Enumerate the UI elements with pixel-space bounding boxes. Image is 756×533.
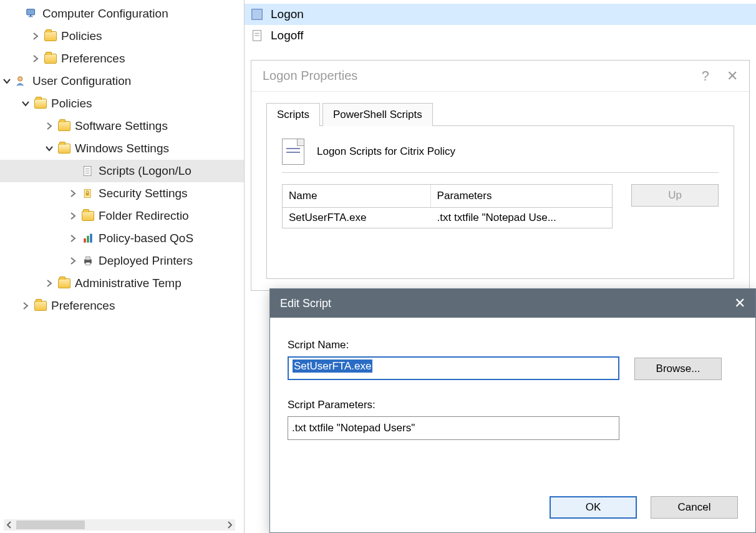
list-item-logoff[interactable]: Logoff: [245, 25, 756, 46]
grid-header: Name Parameters: [283, 185, 612, 208]
close-icon[interactable]: ✕: [734, 295, 745, 311]
tree-item-admin-templates[interactable]: Administrative Temp: [0, 272, 244, 295]
tree-item-cc-policies[interactable]: Policies: [0, 25, 244, 47]
logon-script-icon: [250, 7, 264, 22]
svg-rect-10: [84, 238, 85, 243]
list-item-label: Logoff: [271, 29, 303, 42]
grid-cell-name: SetUserFTA.exe: [283, 208, 431, 228]
tree-label: User Configuration: [32, 74, 131, 88]
tree-label: Administrative Temp: [75, 276, 182, 290]
dialog-titlebar[interactable]: Logon Properties ? ✕: [251, 61, 749, 92]
folder-open-icon: [34, 97, 47, 110]
folder-icon: [34, 299, 47, 313]
qos-icon: [81, 232, 95, 245]
tab-section-title: Logon Scripts for Citrix Policy: [317, 145, 455, 158]
edit-script-dialog: Edit Script ✕ Script Name: SetUserFTA.ex…: [269, 288, 756, 533]
tree-item-software-settings[interactable]: Software Settings: [0, 115, 244, 137]
folder-icon: [57, 276, 71, 290]
script-name-value: SetUserFTA.exe: [293, 359, 372, 373]
chevron-right-icon[interactable]: [44, 120, 55, 132]
script-icon: [81, 164, 95, 178]
chevron-down-icon[interactable]: [44, 143, 55, 154]
tree-label: Scripts (Logon/Lo: [99, 164, 191, 178]
ok-button[interactable]: OK: [550, 496, 637, 519]
tree-item-windows-settings[interactable]: Windows Settings: [0, 137, 244, 160]
tree-label: Deployed Printers: [99, 254, 193, 268]
tree-label: Policies: [51, 97, 92, 110]
cancel-button[interactable]: Cancel: [651, 496, 738, 519]
logon-properties-dialog: Logon Properties ? ✕ Scripts PowerShell …: [251, 60, 750, 291]
folder-open-icon: [57, 142, 71, 155]
horizontal-scrollbar[interactable]: [4, 519, 235, 531]
close-button[interactable]: ✕: [727, 68, 738, 84]
computer-config-icon: [25, 7, 39, 21]
svg-rect-14: [86, 257, 90, 260]
scroll-right-icon[interactable]: [224, 519, 235, 531]
folder-icon: [57, 119, 71, 133]
tree-label: Policies: [61, 29, 102, 43]
list-item-logon[interactable]: Logon: [245, 4, 756, 25]
svg-rect-15: [86, 263, 90, 265]
tree-item-user-configuration[interactable]: User Configuration: [0, 70, 244, 92]
tree-item-uc-policies[interactable]: Policies: [0, 92, 244, 115]
scroll-left-icon[interactable]: [4, 519, 15, 531]
detail-pane: Logon Logoff Logon Properties ? ✕ Script: [245, 0, 756, 533]
folder-redirect-icon: [81, 209, 95, 223]
scripts-grid[interactable]: Name Parameters SetUserFTA.exe .txt txtf…: [282, 184, 613, 228]
tree-label: Computer Configuration: [42, 7, 168, 21]
help-button[interactable]: ?: [702, 68, 709, 84]
separator: [282, 172, 719, 173]
list-item-label: Logon: [271, 7, 304, 21]
tab-powershell-scripts[interactable]: PowerShell Scripts: [322, 103, 433, 126]
printer-icon: [81, 254, 95, 268]
script-parameters-label: Script Parameters:: [288, 399, 738, 411]
tree-item-uc-preferences[interactable]: Preferences: [0, 295, 244, 317]
tree-item-policy-qos[interactable]: Policy-based QoS: [0, 227, 244, 250]
dialog-title: Logon Properties: [263, 69, 357, 83]
tree-item-scripts[interactable]: Scripts (Logon/Lo: [0, 160, 244, 182]
scrollbar-thumb[interactable]: [16, 521, 85, 529]
script-name-input[interactable]: SetUserFTA.exe: [288, 356, 619, 380]
tree-item-security-settings[interactable]: Security Settings: [0, 182, 244, 205]
chevron-right-icon[interactable]: [67, 188, 79, 199]
edit-titlebar[interactable]: Edit Script ✕: [270, 289, 755, 318]
chevron-right-icon[interactable]: [20, 300, 31, 311]
grid-row[interactable]: SetUserFTA.exe .txt txtfile "Notepad Use…: [283, 208, 612, 228]
chevron-down-icon[interactable]: [1, 76, 12, 87]
tree-item-deployed-printers[interactable]: Deployed Printers: [0, 250, 244, 272]
chevron-right-icon[interactable]: [44, 278, 55, 289]
grid-cell-parameters: .txt txtfile "Notepad Use...: [431, 208, 612, 228]
script-category-list: Logon Logoff: [245, 0, 756, 46]
script-document-icon: [282, 139, 304, 165]
chevron-down-icon[interactable]: [20, 98, 31, 109]
up-button[interactable]: Up: [631, 184, 719, 207]
svg-point-3: [18, 77, 22, 81]
chevron-right-icon[interactable]: [67, 255, 79, 266]
tree-label: Security Settings: [99, 187, 188, 200]
tree-label: Preferences: [61, 52, 125, 66]
security-icon: [81, 187, 95, 200]
svg-rect-2: [30, 15, 31, 17]
grid-side-buttons: Up: [631, 184, 719, 207]
tab-content-scripts: Logon Scripts for Citrix Policy Name Par…: [266, 126, 734, 279]
logoff-script-icon: [250, 28, 264, 43]
chevron-right-icon[interactable]: [67, 210, 79, 222]
tree-item-computer-configuration[interactable]: Computer Configuration: [0, 2, 244, 25]
chevron-right-icon[interactable]: [30, 53, 41, 64]
browse-button[interactable]: Browse...: [634, 358, 722, 380]
tree-label: Preferences: [51, 299, 115, 313]
tree-label: Software Settings: [75, 119, 168, 133]
tree-item-cc-preferences[interactable]: Preferences: [0, 47, 244, 70]
script-name-label: Script Name:: [288, 339, 738, 351]
script-parameters-input[interactable]: [288, 416, 619, 440]
column-header-parameters[interactable]: Parameters: [431, 185, 612, 207]
folder-icon: [44, 52, 57, 66]
chevron-right-icon[interactable]: [67, 233, 79, 244]
tab-scripts[interactable]: Scripts: [266, 103, 320, 126]
tree-label: Folder Redirectio: [99, 209, 189, 223]
chevron-right-icon[interactable]: [30, 31, 41, 42]
svg-rect-12: [90, 234, 92, 243]
column-header-name[interactable]: Name: [283, 185, 431, 207]
tree-item-folder-redirection[interactable]: Folder Redirectio: [0, 205, 244, 227]
svg-rect-11: [87, 236, 89, 243]
